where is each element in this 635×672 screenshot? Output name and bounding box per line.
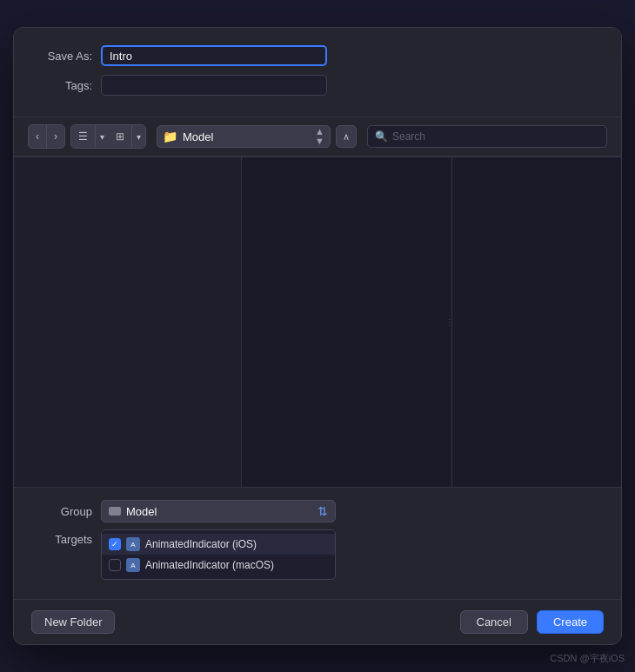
group-arrows-icon: ⇅ [318,504,328,518]
checkbox-ios[interactable] [109,538,121,550]
search-box: 🔍 [367,125,607,148]
grid-view-chevron[interactable]: ▾ [131,125,145,148]
group-selector[interactable]: Model ⇅ [101,500,336,522]
save-as-label: Save As: [31,50,101,63]
right-panel [452,157,621,487]
file-toolbar: ‹ › ☰ ▾ ⊞ ▾ 📁 Model ▲ ▼ ∧ 🔍 [14,116,621,156]
group-label: Group [31,505,101,518]
expand-button[interactable]: ∧ [336,125,357,148]
folder-name-label: Model [183,130,310,143]
folder-selector[interactable]: 📁 Model ▲ ▼ [157,125,331,148]
save-as-row: Save As: [31,45,604,66]
dialog-header: Save As: Tags: [14,28,621,116]
search-icon: 🔍 [375,130,388,143]
search-input[interactable] [392,130,599,143]
targets-label: Targets [31,529,101,546]
resize-handle[interactable]: ⋮ [448,309,451,336]
tags-input[interactable] [101,75,327,96]
folder-icon: 📁 [163,130,177,143]
target-name-macos: AnimatedIndicator (macOS) [145,559,274,571]
target-icon-macos: A [126,558,140,572]
cancel-button[interactable]: Cancel [460,610,528,634]
watermark: CSDN @宇夜iOS [550,652,625,665]
grid-view-button[interactable]: ⊞ [109,125,131,148]
checkbox-macos[interactable] [109,559,121,571]
folder-arrows-icon: ▲ ▼ [315,127,324,146]
footer-right-buttons: Cancel Create [460,610,605,634]
target-name-ios: AnimatedIndicator (iOS) [145,538,257,550]
nav-btn-group: ‹ › [28,124,65,149]
view-btn-group: ☰ ▾ ⊞ ▾ [70,124,146,149]
save-as-input[interactable] [101,45,327,66]
bottom-section: Group Model ⇅ Targets A AnimatedIndicato… [14,487,621,599]
list-view-button[interactable]: ☰ [71,125,95,148]
target-item-ios[interactable]: A AnimatedIndicator (iOS) [102,534,335,555]
list-view-chevron[interactable]: ▾ [95,125,109,148]
dialog-footer: New Folder Cancel Create [14,599,621,644]
targets-box: A AnimatedIndicator (iOS) A AnimatedIndi… [101,529,336,580]
tags-row: Tags: [31,75,604,96]
forward-button[interactable]: › [46,125,64,148]
create-button[interactable]: Create [537,610,604,634]
targets-row: Targets A AnimatedIndicator (iOS) A Anim… [31,529,604,580]
target-item-macos[interactable]: A AnimatedIndicator (macOS) [102,555,335,576]
group-name: Model [126,505,312,518]
target-icon-ios: A [126,537,140,551]
new-folder-button[interactable]: New Folder [31,610,115,634]
center-panel: ⋮ [242,157,452,487]
group-row: Group Model ⇅ [31,500,604,522]
back-button[interactable]: ‹ [29,125,46,148]
file-browser: ⋮ [14,156,621,487]
tags-label: Tags: [31,79,101,92]
group-icon [109,507,121,516]
save-dialog: Save As: Tags: ‹ › ☰ ▾ ⊞ ▾ 📁 Model [13,27,622,645]
sidebar-panel [14,157,242,487]
